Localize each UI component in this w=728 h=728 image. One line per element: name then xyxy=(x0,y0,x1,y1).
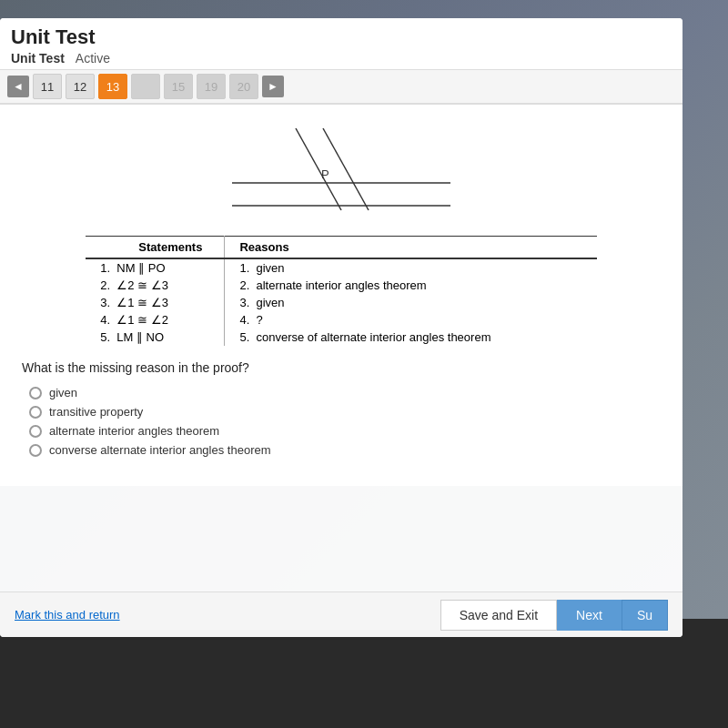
submit-button[interactable]: Su xyxy=(622,600,668,631)
bottom-bar: Mark this and return Save and Exit Next … xyxy=(0,592,682,637)
reason-4: 4. ? xyxy=(225,311,597,329)
bottom-right-buttons: Save and Exit Next Su xyxy=(440,600,668,631)
test-label: Unit Test xyxy=(11,51,65,66)
svg-text:P: P xyxy=(321,167,329,181)
table-row: 2. ∠2 ≅ ∠3 2. alternate interior angles … xyxy=(86,277,597,294)
option-alternate[interactable]: alternate interior angles theorem xyxy=(29,424,661,438)
svg-line-2 xyxy=(323,128,369,210)
header: Unit Test Unit Test Active xyxy=(0,18,682,70)
radio-alternate[interactable] xyxy=(29,425,42,438)
status-badge: Active xyxy=(76,51,110,66)
table-row: 3. ∠1 ≅ ∠3 3. given xyxy=(86,294,597,311)
table-row: 4. ∠1 ≅ ∠2 4. ? xyxy=(86,311,597,329)
option-converse-label: converse alternate interior angles theor… xyxy=(49,443,271,457)
radio-given[interactable] xyxy=(29,387,42,399)
content-area: P Statements Reasons 1. NM ∥ PO 1. given xyxy=(0,105,682,486)
question-text: What is the missing reason in the proof? xyxy=(22,360,661,375)
option-given[interactable]: given xyxy=(29,386,661,399)
save-exit-button[interactable]: Save and Exit xyxy=(440,600,557,631)
mark-return-button[interactable]: Mark this and return xyxy=(15,608,120,622)
table-row: 1. NM ∥ PO 1. given xyxy=(86,258,597,277)
option-transitive[interactable]: transitive property xyxy=(29,405,661,419)
geometry-diagram: P xyxy=(22,119,661,228)
nav-prev-button[interactable]: ◄ xyxy=(7,76,29,97)
answer-options: given transitive property alternate inte… xyxy=(29,386,661,457)
page-title: Unit Test xyxy=(11,25,672,49)
nav-page-11[interactable]: 11 xyxy=(33,74,62,99)
nav-page-19[interactable]: 19 xyxy=(197,74,226,99)
stmt-2: 2. ∠2 ≅ ∠3 xyxy=(86,277,225,294)
svg-line-4 xyxy=(296,128,341,210)
reason-2: 2. alternate interior angles theorem xyxy=(225,277,597,294)
next-button[interactable]: Next xyxy=(557,600,622,631)
nav-page-20[interactable]: 20 xyxy=(229,74,258,99)
reason-3: 3. given xyxy=(225,294,597,311)
nav-bar: ◄ 11 12 13 15 19 20 ► xyxy=(0,70,682,105)
header-sub: Unit Test Active xyxy=(11,51,672,66)
table-row: 5. LM ∥ NO 5. converse of alternate inte… xyxy=(86,329,597,346)
stmt-4: 4. ∠1 ≅ ∠2 xyxy=(86,311,225,329)
proof-table: Statements Reasons 1. NM ∥ PO 1. given 2… xyxy=(86,236,597,346)
option-alternate-label: alternate interior angles theorem xyxy=(49,424,219,438)
nav-next-button[interactable]: ► xyxy=(262,76,284,97)
nav-page-13[interactable]: 13 xyxy=(98,74,127,99)
option-converse[interactable]: converse alternate interior angles theor… xyxy=(29,443,661,457)
stmt-5: 5. LM ∥ NO xyxy=(86,329,225,346)
radio-converse[interactable] xyxy=(29,444,42,457)
col-reasons: Reasons xyxy=(225,237,597,259)
option-given-label: given xyxy=(49,386,77,399)
nav-page-15[interactable]: 15 xyxy=(164,74,193,99)
reason-5: 5. converse of alternate interior angles… xyxy=(225,329,597,346)
col-statements: Statements xyxy=(86,237,225,259)
nav-page-12[interactable]: 12 xyxy=(66,74,95,99)
stmt-1: 1. NM ∥ PO xyxy=(86,258,225,277)
screen-container: Unit Test Unit Test Active ◄ 11 12 13 15… xyxy=(0,18,682,637)
stmt-3: 3. ∠1 ≅ ∠3 xyxy=(86,294,225,311)
reason-1: 1. given xyxy=(225,258,597,277)
option-transitive-label: transitive property xyxy=(49,405,143,419)
nav-page-14[interactable] xyxy=(131,74,160,99)
radio-transitive[interactable] xyxy=(29,406,42,419)
